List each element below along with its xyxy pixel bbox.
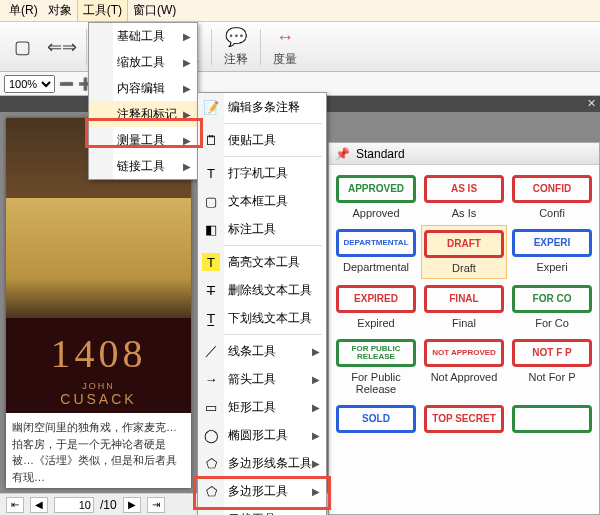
stamps-panel: 📌 Standard APPROVEDApprovedAS ISAs IsCON… [328,142,600,515]
rect-tool-icon: ▭ [202,398,220,416]
fit-page-button[interactable]: ▢ [6,33,38,61]
edit-multi-annot-icon: 📝 [202,98,220,116]
pin-icon[interactable]: 📌 [335,147,350,161]
stamp-cell[interactable]: SOLD [333,401,419,441]
poster-text: 1408 JOHN CUSACK [6,318,191,413]
callout-tool-icon: ◧ [202,220,220,238]
polygon-tool-icon: ⬠ [202,482,220,500]
menu-tools[interactable]: 工具(T) [77,0,128,22]
menu-item-content-edit[interactable]: 内容编辑▶ [89,75,197,101]
stamp-cell[interactable]: AS ISAs Is [421,171,507,223]
menu-item-polygon-tool[interactable]: ⬠多边形工具▶ [198,477,326,505]
next-page-button[interactable]: ▶ [123,497,141,513]
chevron-right-icon: ▶ [312,458,320,469]
stamp-cell[interactable]: FINALFinal [421,281,507,333]
stamp-cell[interactable]: EXPIREDExpired [333,281,419,333]
menu-label: 文本框工具 [228,193,288,210]
stamp-image: FOR CO [512,285,592,313]
menu-item-edit-multi-annot[interactable]: 📝编辑多条注释 [198,93,326,121]
btn-label: 度量 [273,51,297,68]
menu-item-ellipse-tool[interactable]: ◯椭圆形工具▶ [198,421,326,449]
menu-item-annotate-mark[interactable]: 注释和标记▶ [89,101,197,127]
measure-button[interactable]: ↔度量 [269,23,301,70]
menu-item-cloud-tool[interactable]: ☁云状工具▶ [198,505,326,515]
stamp-label: Confi [539,207,565,219]
menu-item-basic-tools[interactable]: 基础工具▶ [89,23,197,49]
chevron-right-icon: ▶ [183,57,191,68]
stamp-label: Experi [536,261,567,273]
document-body-text: 幽闭空间里的独角戏，作家麦克…拍客房，于是一个无神论者硬是被…《活埋》类似，但是… [6,413,191,488]
menu-item-measure-tools[interactable]: 测量工具▶ [89,127,197,153]
strikeout-tool-icon: T̶ [202,281,220,299]
stamp-image: EXPERI [512,229,592,257]
stamp-cell[interactable]: FOR PUBLIC RELEASEFor Public Release [333,335,419,399]
sticky-note-tool-icon: 🗒 [202,131,220,149]
separator [211,29,212,65]
menu-item-rect-tool[interactable]: ▭矩形工具▶ [198,393,326,421]
tools-dropdown: 基础工具▶缩放工具▶内容编辑▶注释和标记▶测量工具▶链接工具▶ [88,22,198,180]
menu-label: 多边形工具 [228,483,288,500]
chevron-right-icon: ▶ [312,374,320,385]
separator [86,29,87,65]
last-page-button[interactable]: ⇥ [147,497,165,513]
stamp-image: APPROVED [336,175,416,203]
menu-item-strikeout-tool[interactable]: T̶删除线文本工具 [198,276,326,304]
nav-buttons[interactable]: ⇐⇒ [46,33,78,61]
menu-item-typewriter-tool[interactable]: T打字机工具 [198,159,326,187]
page-input[interactable] [54,497,94,513]
chevron-right-icon: ▶ [312,430,320,441]
menu-label: 便贴工具 [228,132,276,149]
menu-window[interactable]: 窗口(W) [128,0,181,21]
menu-separator [224,245,322,246]
stamp-label: Departmental [343,261,409,273]
cloud-tool-icon: ☁ [202,510,220,515]
prev-page-button[interactable]: ◀ [30,497,48,513]
comment-button[interactable]: 💬注释 [220,23,252,70]
first-page-button[interactable]: ⇤ [6,497,24,513]
zoom-select[interactable]: 100% [4,75,55,93]
menu-label: 打字机工具 [228,165,288,182]
chevron-right-icon: ▶ [183,135,191,146]
close-icon[interactable]: ✕ [587,97,596,110]
stamp-cell[interactable]: DEPARTMENTALDepartmental [333,225,419,279]
stamp-cell[interactable]: NOT APPROVEDNot Approved [421,335,507,399]
menu-item-sticky-note-tool[interactable]: 🗒便贴工具 [198,126,326,154]
menu-label: 矩形工具 [228,399,276,416]
stamp-cell[interactable]: NOT F PNot For P [509,335,595,399]
menu-item-polyline-tool[interactable]: ⬠多边形线条工具▶ [198,449,326,477]
stamp-cell[interactable]: EXPERIExperi [509,225,595,279]
menu-item-callout-tool[interactable]: ◧标注工具 [198,215,326,243]
menu-label: 椭圆形工具 [228,427,288,444]
stamp-image: DRAFT [424,230,504,258]
chevron-right-icon: ▶ [312,486,320,497]
stamp-cell[interactable] [509,401,595,441]
menu-separator [224,123,322,124]
zoom-out-icon[interactable]: ➖ [59,77,74,91]
movie-number: 1408 [6,330,191,377]
menu-item[interactable]: 对象 [43,0,77,21]
stamp-image: DEPARTMENTAL [336,229,416,257]
menu-item[interactable]: 单(R) [4,0,43,21]
menu-item-underline-tool[interactable]: T̲下划线文本工具 [198,304,326,332]
menu-item-textbox-tool[interactable]: ▢文本框工具 [198,187,326,215]
menu-separator [224,156,322,157]
chevron-right-icon: ▶ [183,161,191,172]
menu-item-link-tools[interactable]: 链接工具▶ [89,153,197,179]
stamp-cell[interactable]: TOP SECRET [421,401,507,441]
stamp-cell[interactable]: APPROVEDApproved [333,171,419,223]
stamp-image [512,405,592,433]
chevron-right-icon: ▶ [312,346,320,357]
stamp-image: TOP SECRET [424,405,504,433]
separator [260,29,261,65]
stamp-cell[interactable]: CONFIDConfi [509,171,595,223]
menu-item-highlight-tool[interactable]: T高亮文本工具 [198,248,326,276]
menu-item-line-tool[interactable]: ／线条工具▶ [198,337,326,365]
menu-item-zoom-tools[interactable]: 缩放工具▶ [89,49,197,75]
stamp-label: As Is [452,207,476,219]
stamp-cell[interactable]: DRAFTDraft [421,225,507,279]
stamp-cell[interactable]: FOR COFor Co [509,281,595,333]
menu-label: 删除线文本工具 [228,282,312,299]
stamp-image: FINAL [424,285,504,313]
menu-item-arrow-tool[interactable]: →箭头工具▶ [198,365,326,393]
arrows-icon: ⇐⇒ [50,35,74,59]
